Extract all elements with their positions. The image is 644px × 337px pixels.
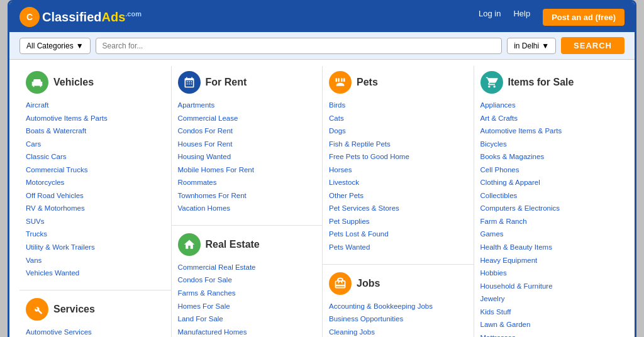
logo-icon: C — [19, 7, 40, 27]
list-item: Pets Wanted — [329, 241, 467, 254]
list-item: Horses — [329, 163, 467, 177]
list-item: Classic Cars — [26, 150, 165, 163]
list-item: Kids Stuff — [480, 306, 619, 319]
search-input[interactable] — [96, 38, 502, 54]
list-item: Business Opportunities — [329, 312, 467, 326]
list-item: Cars — [26, 138, 165, 151]
header-nav: Log in Help Post an ad (free) — [479, 9, 625, 26]
list-item: Farms & Ranches — [178, 287, 316, 300]
real-estate-links: Commercial Real Estate Condos For Sale F… — [178, 261, 316, 337]
list-item: Apartments — [178, 99, 316, 112]
items-for-sale-title: Items for Sale — [508, 77, 574, 88]
col-3: Pets Birds Cats Dogs Fish & Reptile Pets… — [322, 66, 474, 337]
list-item: Mobile Homes For Rent — [178, 163, 316, 177]
list-item: Books & Magazines — [480, 150, 619, 163]
list-item: Appliances — [480, 99, 619, 112]
pets-section: Pets Birds Cats Dogs Fish & Reptile Pets… — [323, 66, 474, 259]
category-dropdown[interactable]: All Categories ▼ — [19, 38, 91, 54]
chevron-down-icon: ▼ — [541, 41, 549, 50]
list-item: Mattresses — [480, 331, 619, 337]
list-item: Housing Wanted — [178, 150, 316, 163]
jobs-title: Jobs — [357, 278, 380, 289]
vehicles-section: Vehicles Aircraft Automotive Items & Par… — [19, 66, 171, 285]
items-for-sale-links: Appliances Art & Crafts Automotive Items… — [480, 99, 619, 337]
services-icon — [26, 298, 48, 321]
list-item: Off Road Vehicles — [26, 189, 165, 202]
list-item: Collectibles — [480, 189, 619, 202]
list-item: Roommates — [178, 176, 316, 189]
help-link[interactable]: Help — [513, 9, 530, 26]
vehicles-header: Vehicles — [26, 71, 165, 94]
for-rent-header: For Rent — [178, 71, 316, 94]
for-rent-icon — [178, 71, 201, 94]
services-links: Automotive Services Beauty & Salon Servi… — [26, 326, 165, 337]
real-estate-title: Real Estate — [206, 239, 260, 250]
pets-links: Birds Cats Dogs Fish & Reptile Pets Free… — [329, 99, 467, 254]
for-rent-title: For Rent — [206, 77, 247, 88]
pets-title: Pets — [357, 77, 378, 88]
list-item: Lawn & Garden — [480, 318, 619, 331]
list-item: Utility & Work Trailers — [26, 241, 165, 254]
items-for-sale-header: Items for Sale — [480, 71, 619, 94]
list-item: Automotive Items & Parts — [26, 112, 165, 125]
list-item: Commercial Real Estate — [178, 261, 316, 274]
real-estate-icon — [178, 233, 201, 256]
list-item: Cell Phones — [480, 163, 619, 177]
jobs-links: Accounting & Bookkeeping Jobs Business O… — [329, 300, 467, 337]
list-item: Bicycles — [480, 138, 619, 151]
list-item: Homes For Sale — [178, 300, 316, 313]
jobs-header: Jobs — [329, 272, 467, 295]
list-item: Cleaning Jobs — [329, 326, 467, 337]
location-dropdown[interactable]: in Delhi ▼ — [507, 38, 556, 54]
list-item: Manufactured Homes — [178, 326, 316, 337]
list-item: Pets Lost & Found — [329, 228, 467, 241]
login-link[interactable]: Log in — [479, 9, 501, 26]
jobs-section: Jobs Accounting & Bookkeeping Jobs Busin… — [323, 264, 474, 337]
real-estate-header: Real Estate — [178, 233, 316, 256]
list-item: Townhomes For Rent — [178, 189, 316, 202]
list-item: Birds — [329, 99, 467, 112]
list-item: Condos For Sale — [178, 273, 316, 287]
list-item: Household & Furniture — [480, 280, 619, 293]
list-item: Clothing & Apparel — [480, 176, 619, 189]
search-bar: All Categories ▼ in Delhi ▼ seaRcH — [9, 32, 635, 60]
logo-area: C ClassifiedAds.com — [19, 7, 142, 27]
post-ad-button[interactable]: Post an ad (free) — [543, 9, 625, 26]
list-item: Commercial Lease — [178, 112, 316, 125]
list-item: RV & Motorhomes — [26, 202, 165, 215]
list-item: Vacation Homes — [178, 202, 316, 215]
header: C ClassifiedAds.com Log in Help Post an … — [9, 2, 635, 32]
list-item: SUVs — [26, 215, 165, 228]
list-item: Dogs — [329, 124, 467, 138]
real-estate-section: Real Estate Commercial Real Estate Condo… — [172, 225, 323, 337]
list-item: Vehicles Wanted — [26, 267, 165, 280]
vehicles-icon — [26, 71, 48, 94]
list-item: Automotive Services — [26, 326, 165, 337]
items-for-sale-section: Items for Sale Appliances Art & Crafts A… — [474, 66, 625, 337]
list-item: Boats & Watercraft — [26, 124, 165, 138]
logo-text: ClassifiedAds.com — [42, 10, 142, 25]
list-item: Games — [480, 228, 619, 241]
list-item: Health & Beauty Items — [480, 241, 619, 254]
list-item: Vans — [26, 254, 165, 267]
pets-icon — [329, 71, 352, 94]
for-rent-section: For Rent Apartments Commercial Lease Con… — [172, 66, 323, 220]
list-item: Aircraft — [26, 99, 165, 112]
vehicles-title: Vehicles — [53, 77, 94, 88]
list-item: Livestock — [329, 176, 467, 189]
jobs-icon — [329, 272, 352, 295]
col-2: For Rent Apartments Commercial Lease Con… — [171, 66, 323, 337]
list-item: Motorcycles — [26, 176, 165, 189]
list-item: Trucks — [26, 228, 165, 241]
list-item: Condos For Rent — [178, 124, 316, 138]
col-4: Items for Sale Appliances Art & Crafts A… — [474, 66, 625, 337]
services-title: Services — [53, 304, 95, 315]
list-item: Pet Services & Stores — [329, 202, 467, 215]
list-item: Cats — [329, 112, 467, 125]
search-button[interactable]: seaRcH — [561, 37, 625, 54]
for-rent-links: Apartments Commercial Lease Condos For R… — [178, 99, 316, 215]
list-item: Hobbies — [480, 267, 619, 280]
col-1: Vehicles Aircraft Automotive Items & Par… — [19, 66, 171, 337]
main-content: Vehicles Aircraft Automotive Items & Par… — [9, 60, 635, 337]
list-item: Heavy Equipment — [480, 254, 619, 267]
